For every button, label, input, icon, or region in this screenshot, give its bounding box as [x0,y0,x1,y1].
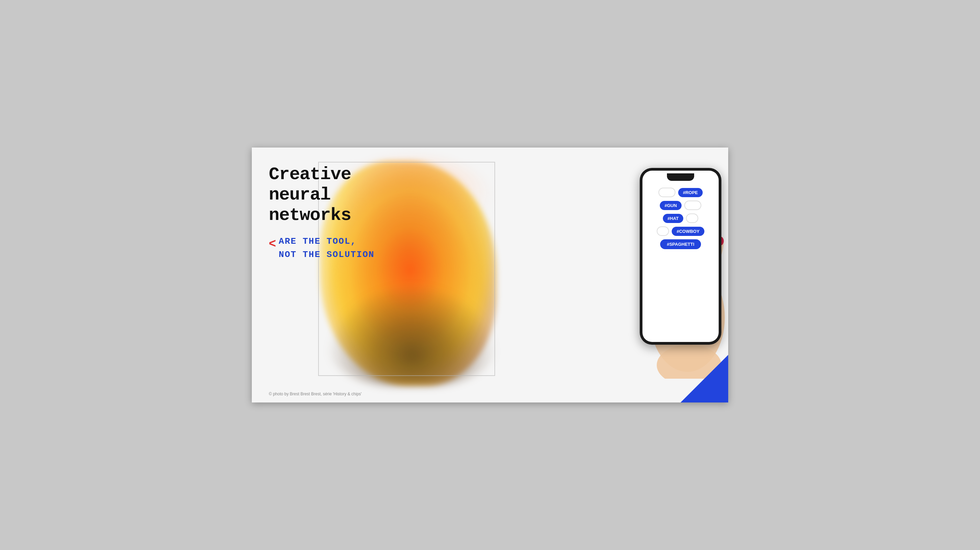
phone-body: #ROPE #GUN #HAT #COWBOY [640,168,721,345]
tag-row-2: #GUN [646,201,714,210]
subtitle-text: ARE THE TOOL, NOT THE SOLUTION [279,235,375,262]
slide: Creative neural networks < ARE THE TOOL,… [252,147,728,403]
tag-cowboy[interactable]: #COWBOY [672,227,704,236]
tag-hat[interactable]: #HAT [663,214,684,223]
blue-triangle-decoration [681,355,728,403]
tag-empty-3 [686,214,698,223]
left-text-area: Creative neural networks < ARE THE TOOL,… [269,165,375,262]
tag-row-4: #COWBOY [646,227,714,236]
tag-gun[interactable]: #GUN [660,201,682,210]
tag-row-3: #HAT [646,214,714,223]
tag-row-1: #ROPE [646,188,714,197]
phone-screen: #ROPE #GUN #HAT #COWBOY [643,171,719,342]
tag-rope[interactable]: #ROPE [678,188,703,197]
tag-empty-4 [657,227,669,236]
smoke-bottom-decoration [327,284,497,385]
tag-row-5: #SPAGHETTI [646,239,714,249]
arrow-icon: < [269,236,276,252]
photo-credit: © photo by Brest Brest Brest, série 'His… [269,391,362,396]
tag-empty-2 [684,201,701,210]
slide-title: Creative neural networks [269,165,375,225]
phone-notch [667,173,694,181]
subtitle-area: < ARE THE TOOL, NOT THE SOLUTION [269,235,375,262]
tag-spaghetti[interactable]: #SPAGHETTI [660,239,701,249]
tag-empty-1 [659,188,675,197]
